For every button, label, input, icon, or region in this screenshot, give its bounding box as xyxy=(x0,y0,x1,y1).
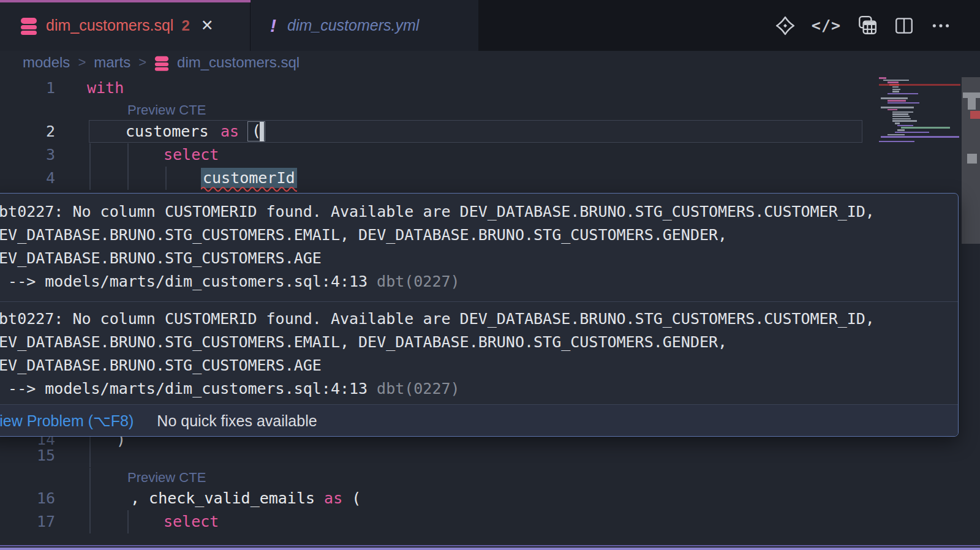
line-number: 3 xyxy=(0,143,55,167)
minimap-line xyxy=(881,136,959,138)
code-token: select xyxy=(164,143,219,167)
minimap-line xyxy=(892,86,899,88)
line-number: 15 xyxy=(0,444,55,467)
minimap-line xyxy=(895,132,929,134)
breadcrumb-item-models[interactable]: models xyxy=(23,54,70,71)
code-line-15[interactable]: 15 xyxy=(0,444,980,467)
code-line-17[interactable]: 17 select xyxy=(0,510,980,533)
tab-title: dim_customers.sql xyxy=(46,17,173,34)
window-edge-line xyxy=(0,548,980,550)
error-source-code: dbt(0227) xyxy=(377,273,459,290)
active-tab-indicator xyxy=(0,0,251,2)
editor-actions: </> xyxy=(775,0,980,51)
preview-cte-code-lens[interactable]: Preview CTE xyxy=(127,100,206,120)
minimap-line xyxy=(888,109,897,111)
minimap-line xyxy=(892,118,911,120)
code-token: , check_valid_emails as ( xyxy=(130,487,361,510)
database-icon xyxy=(20,16,37,35)
breadcrumb-item-file[interactable]: dim_customers.sql xyxy=(177,54,300,71)
minimap-line xyxy=(888,134,905,136)
tab-bar: dim_customers.sql 2 ✕ ! dim_customers.ym… xyxy=(0,0,980,51)
minimap-line xyxy=(883,80,909,81)
line-number-active: 2 xyxy=(0,120,55,143)
code-line-4[interactable]: 4 customerId xyxy=(0,167,980,190)
chevron-right-icon: > xyxy=(138,55,146,70)
minimap-line xyxy=(879,141,914,143)
minimap-line xyxy=(895,122,900,124)
window-edge-line xyxy=(0,545,980,546)
code-line-3[interactable]: 3 select xyxy=(0,143,980,167)
code-line-16[interactable]: 16 , check_valid_emails as ( xyxy=(0,487,980,510)
minimap-line xyxy=(889,84,899,86)
minimap-line xyxy=(888,100,906,102)
error-location: --> models/marts/dim_customers.sql:4:13 xyxy=(0,273,368,290)
database-icon xyxy=(154,55,169,71)
error-squiggle xyxy=(201,186,297,192)
line-number: 4 xyxy=(0,167,55,190)
error-hover-popup: dbt0227: No column CUSTOMERID found. Ava… xyxy=(0,193,959,437)
line-number: 1 xyxy=(0,77,55,100)
minimap-line xyxy=(892,111,913,113)
text-cursor xyxy=(260,122,264,141)
code-token: select xyxy=(164,510,219,533)
compile-code-icon[interactable]: </> xyxy=(812,17,841,34)
minimap-line xyxy=(892,89,900,91)
error-message-2: dbt0227: No column CUSTOMERID found. Ava… xyxy=(0,301,958,404)
more-actions-icon[interactable] xyxy=(930,15,951,36)
code-lens-row: Preview CTE xyxy=(0,468,980,487)
chevron-right-icon: > xyxy=(78,55,86,70)
minimap-line xyxy=(892,91,899,92)
minimap-line xyxy=(879,77,886,79)
minimap-line xyxy=(881,97,908,99)
line-number: 16 xyxy=(0,487,55,510)
code-token: customers xyxy=(126,120,208,143)
breadcrumb: models > marts > dim_customers.sql xyxy=(0,51,980,74)
minimap-line xyxy=(892,113,908,115)
minimap[interactable] xyxy=(879,77,960,151)
code-lens-row: Preview CTE xyxy=(0,100,980,120)
error-message-1: dbt0227: No column CUSTOMERID found. Ava… xyxy=(0,194,958,301)
query-results-icon[interactable] xyxy=(857,15,878,36)
error-exclamation-icon: ! xyxy=(270,15,276,36)
tab-title: dim_customers.yml xyxy=(287,17,419,34)
minimap-line xyxy=(892,116,910,118)
no-quick-fixes-label: No quick fixes available xyxy=(157,412,317,430)
dbt-icon[interactable] xyxy=(775,15,796,36)
close-tab-icon[interactable]: ✕ xyxy=(201,17,214,34)
code-line-1[interactable]: 1 with xyxy=(0,77,980,100)
view-problem-link[interactable]: View Problem (⌥F8) xyxy=(0,412,134,430)
minimap-line xyxy=(892,120,917,122)
minimap-line xyxy=(881,107,914,108)
split-editor-icon[interactable] xyxy=(894,15,914,36)
line-number: 17 xyxy=(0,510,55,533)
editor-window: dim_customers.sql 2 ✕ ! dim_customers.ym… xyxy=(0,0,980,550)
error-location: --> models/marts/dim_customers.sql:4:13 xyxy=(0,380,368,397)
code-token: with xyxy=(87,77,124,100)
tab-dirty-count: 2 xyxy=(181,17,189,34)
minimap-line xyxy=(888,93,918,95)
minimap-line xyxy=(888,81,899,83)
minimap-line xyxy=(897,129,905,131)
breadcrumb-item-marts[interactable]: marts xyxy=(94,54,130,71)
code-line-2[interactable]: 2 customers as ( xyxy=(0,120,980,143)
error-source-code: dbt(0227) xyxy=(377,380,459,397)
minimap-line xyxy=(888,102,919,104)
hover-status-bar: View Problem (⌥F8) No quick fixes availa… xyxy=(0,404,958,437)
minimap-line xyxy=(901,127,950,129)
code-token: as xyxy=(221,120,239,143)
minimap-line xyxy=(897,125,913,127)
tab-dim-customers-yml[interactable]: ! dim_customers.yml xyxy=(251,0,478,51)
tab-dim-customers-sql[interactable]: dim_customers.sql 2 ✕ xyxy=(0,0,251,51)
preview-cte-code-lens[interactable]: Preview CTE xyxy=(127,468,206,488)
